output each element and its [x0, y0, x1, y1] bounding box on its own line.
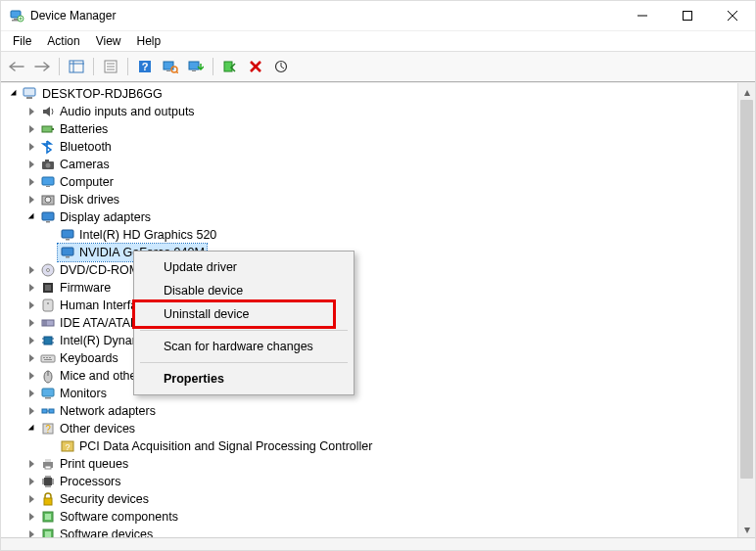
- forward-button[interactable]: [30, 55, 54, 78]
- tree-collapse-icon[interactable]: [24, 210, 38, 224]
- device-tree[interactable]: DESKTOP-RDJB6GGAudio inputs and outputsB…: [1, 83, 737, 537]
- tree-item-label-wrap[interactable]: Keyboards: [38, 349, 120, 367]
- tree-expand-icon[interactable]: [24, 334, 38, 347]
- tree-expand-icon[interactable]: [24, 510, 38, 524]
- tree-category[interactable]: Keyboards: [5, 349, 737, 367]
- tree-category[interactable]: Batteries: [5, 120, 737, 138]
- tree-expand-icon[interactable]: [24, 298, 38, 312]
- tree-category[interactable]: Human Interfa: [5, 297, 737, 314]
- tree-category[interactable]: IDE ATA/ATAP: [5, 314, 737, 332]
- tree-category[interactable]: Print queues: [5, 455, 737, 473]
- tree-category[interactable]: DVD/CD-ROM: [5, 261, 737, 279]
- titlebar[interactable]: Device Manager: [1, 1, 755, 30]
- minimize-button[interactable]: [620, 1, 665, 30]
- properties-button[interactable]: [99, 55, 122, 78]
- tree-expand-icon[interactable]: [24, 475, 38, 488]
- tree-expand-icon[interactable]: [24, 492, 38, 506]
- tree-expand-icon[interactable]: [24, 528, 38, 537]
- scan-changes-button[interactable]: [269, 55, 293, 78]
- help-button[interactable]: ?: [133, 55, 157, 78]
- tree-expand-icon[interactable]: [24, 105, 38, 118]
- tree-item-label-wrap[interactable]: Print queues: [38, 455, 130, 473]
- tree-item-label-wrap[interactable]: Processors: [38, 473, 123, 490]
- menu-action[interactable]: Action: [39, 32, 87, 50]
- tree-item-label-wrap[interactable]: DESKTOP-RDJB6GG: [21, 85, 165, 103]
- tree-category[interactable]: Bluetooth: [5, 138, 737, 156]
- tree-expand-icon[interactable]: [24, 122, 38, 136]
- tree-item-label-wrap[interactable]: Security devices: [38, 490, 151, 508]
- tree-item-label-wrap[interactable]: Software components: [38, 508, 180, 526]
- tree-category[interactable]: Display adapters: [5, 208, 737, 226]
- scroll-thumb[interactable]: [740, 100, 753, 479]
- tree-expand-icon[interactable]: [24, 158, 38, 171]
- menu-view[interactable]: View: [88, 32, 129, 50]
- tree-item-label-wrap[interactable]: Monitors: [38, 385, 109, 402]
- tree-category[interactable]: Network adapters: [5, 402, 737, 420]
- tree-item-label-wrap[interactable]: Disk drives: [38, 191, 121, 208]
- tree-item-label-wrap[interactable]: ?PCI Data Acquisition and Signal Process…: [58, 437, 374, 455]
- tree-item-label-wrap[interactable]: Software devices: [38, 526, 155, 537]
- scroll-up-button[interactable]: ▴: [738, 83, 755, 100]
- tree-category[interactable]: Computer: [5, 173, 737, 191]
- tree-expand-icon[interactable]: [24, 457, 38, 471]
- tree-expand-icon[interactable]: [24, 404, 38, 418]
- tree-device[interactable]: Intel(R) HD Graphics 520: [5, 226, 737, 244]
- tree-category[interactable]: Disk drives: [5, 191, 737, 208]
- tree-expand-icon[interactable]: [24, 351, 38, 365]
- tree-expand-icon[interactable]: [24, 140, 38, 154]
- scroll-track[interactable]: [738, 100, 755, 521]
- tree-item-label-wrap[interactable]: Bluetooth: [38, 138, 114, 156]
- tree-collapse-icon[interactable]: [24, 422, 38, 436]
- tree-category[interactable]: Software components: [5, 508, 737, 526]
- tree-category[interactable]: ?Other devices: [5, 420, 737, 437]
- tree-item-label-wrap[interactable]: Audio inputs and outputs: [38, 103, 197, 120]
- context-menu-item[interactable]: Update driver: [136, 255, 352, 279]
- tree-item-label-wrap[interactable]: ?Other devices: [38, 420, 137, 437]
- enable-device-button[interactable]: [218, 55, 242, 78]
- tree-item-label-wrap[interactable]: Batteries: [38, 120, 110, 138]
- tree-category[interactable]: Processors: [5, 473, 737, 490]
- tree-item-label-wrap[interactable]: Display adapters: [38, 208, 153, 226]
- tree-item-label-wrap[interactable]: Mice and othe: [38, 367, 139, 385]
- tree-category[interactable]: Intel(R) Dynar: [5, 332, 737, 349]
- vertical-scrollbar[interactable]: ▴ ▾: [737, 83, 755, 537]
- scroll-down-button[interactable]: ▾: [738, 521, 755, 537]
- tree-item-label-wrap[interactable]: Intel(R) HD Graphics 520: [58, 226, 218, 244]
- context-menu-item[interactable]: Properties: [136, 367, 352, 390]
- update-driver-button[interactable]: [184, 55, 208, 78]
- tree-category[interactable]: Firmware: [5, 279, 737, 297]
- tree-item-label-wrap[interactable]: DVD/CD-ROM: [38, 261, 141, 279]
- tree-expand-icon[interactable]: [24, 281, 38, 295]
- tree-item-label-wrap[interactable]: IDE ATA/ATAP: [38, 314, 140, 332]
- maximize-button[interactable]: [665, 1, 710, 30]
- tree-category[interactable]: Mice and othe: [5, 367, 737, 385]
- tree-category[interactable]: Software devices: [5, 526, 737, 537]
- tree-expand-icon[interactable]: [24, 263, 38, 277]
- tree-item-label-wrap[interactable]: Firmware: [38, 279, 113, 297]
- menu-help[interactable]: Help: [129, 32, 169, 50]
- uninstall-device-button[interactable]: [244, 55, 267, 78]
- show-hide-tree-button[interactable]: [65, 55, 88, 78]
- tree-device[interactable]: NVIDIA GeForce 940M: [5, 244, 737, 261]
- menu-file[interactable]: File: [5, 32, 39, 50]
- tree-expand-icon[interactable]: [24, 369, 38, 383]
- tree-item-label-wrap[interactable]: Human Interfa: [38, 297, 139, 314]
- tree-expand-icon[interactable]: [24, 316, 38, 330]
- tree-category[interactable]: Monitors: [5, 385, 737, 402]
- tree-expand-icon[interactable]: [24, 193, 38, 207]
- tree-item-label-wrap[interactable]: Cameras: [38, 156, 112, 173]
- tree-item-label-wrap[interactable]: Intel(R) Dynar: [38, 332, 138, 349]
- context-menu-item[interactable]: Uninstall device: [136, 302, 352, 326]
- context-menu-item[interactable]: Disable device: [136, 279, 352, 302]
- tree-root[interactable]: DESKTOP-RDJB6GG: [5, 85, 737, 103]
- tree-category[interactable]: Cameras: [5, 156, 737, 173]
- tree-expand-icon[interactable]: [24, 175, 38, 189]
- scan-hardware-button[interactable]: [159, 55, 182, 78]
- back-button[interactable]: [5, 55, 28, 78]
- tree-expand-icon[interactable]: [24, 387, 38, 400]
- tree-device[interactable]: ?PCI Data Acquisition and Signal Process…: [5, 437, 737, 455]
- tree-category[interactable]: Audio inputs and outputs: [5, 103, 737, 120]
- context-menu-item[interactable]: Scan for hardware changes: [136, 335, 352, 358]
- tree-item-label-wrap[interactable]: Network adapters: [38, 402, 158, 420]
- tree-collapse-icon[interactable]: [7, 87, 21, 101]
